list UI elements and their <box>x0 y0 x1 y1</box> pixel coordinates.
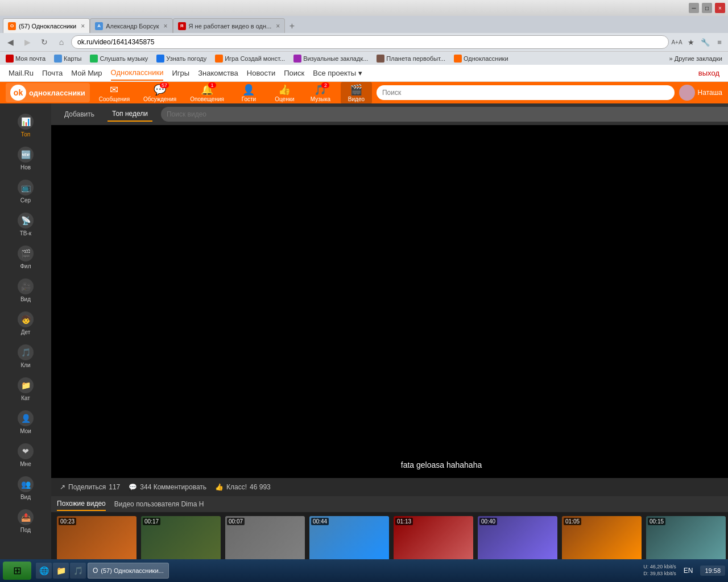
ok-top-nav-search[interactable]: Поиск <box>284 66 304 80</box>
sidebar-item-top[interactable]: 📊 Топ <box>0 109 51 142</box>
sidebar-item-series[interactable]: 📺 Сер <box>0 175 51 208</box>
sidebar-item-my[interactable]: 👤 Мои <box>0 406 51 439</box>
sidebar-item-video[interactable]: 🎥 Вид <box>0 274 51 307</box>
video-player[interactable]: fata geloasa hahahaha <box>51 125 728 478</box>
video-comment-action[interactable]: 💬 344 Комментировать <box>129 483 206 491</box>
ok-nav-messages[interactable]: ✉ Сообщения <box>94 82 134 104</box>
ok-nav-video[interactable]: 🎬 Видео <box>341 82 372 104</box>
sidebar-item-friends-video[interactable]: 👥 Вид <box>0 472 51 505</box>
minimize-btn[interactable]: ─ <box>689 3 699 13</box>
tab-2-close[interactable]: × <box>164 22 168 30</box>
ok-nav-music[interactable]: 🎵 2 Музыка <box>305 82 336 104</box>
window-controls[interactable]: ─ □ × <box>689 3 725 13</box>
ok-site: Mail.Ru Почта Мой Мир Одноклассники Игры… <box>0 65 728 103</box>
video-share-icon: ↗ <box>60 483 65 491</box>
sidebar-item-clips[interactable]: 🎵 Кли <box>0 340 51 373</box>
menu-icon[interactable]: ≡ <box>714 36 725 48</box>
taskbar-clock[interactable]: 19:58 <box>700 566 725 576</box>
close-btn[interactable]: × <box>715 3 725 13</box>
bookmark-ok[interactable]: Одноклассники <box>451 54 511 63</box>
tab-3[interactable]: Я Я не работает видео в одн... × <box>173 18 286 33</box>
start-button[interactable]: ⊞ <box>3 562 31 580</box>
ok-logo[interactable]: ok одноклассники <box>6 83 90 102</box>
video-share-action[interactable]: ↗ Поделиться 117 <box>60 483 120 491</box>
sidebar-item-kids[interactable]: 🧒 Дет <box>0 307 51 340</box>
bookmark-planet[interactable]: Планета первобыт... <box>374 54 448 63</box>
bookmark-visual[interactable]: Визуальные закладк... <box>291 54 371 63</box>
sidebar-top-label: Топ <box>21 131 30 138</box>
bookmark-mail[interactable]: Моя почта <box>3 54 48 63</box>
home-button[interactable]: ⌂ <box>54 35 69 49</box>
ok-top-nav-pochta[interactable]: Почта <box>42 66 63 80</box>
ok-top-nav-games[interactable]: Игры <box>172 66 189 80</box>
tab-2[interactable]: А Александр Борсук × <box>90 18 172 33</box>
ok-nav-discussions[interactable]: 💬 57 Обсуждения <box>139 82 181 104</box>
ok-orange-header: ok одноклассники ✉ Сообщения 💬 57 Обсужд… <box>0 82 728 103</box>
taskbar-folder-icon[interactable]: 📁 <box>53 563 69 579</box>
video-tab-top[interactable]: Топ недели <box>107 107 152 122</box>
bookmark-music[interactable]: Слушать музыку <box>87 54 151 63</box>
video-title-overlay: fata geloasa hahahaha <box>401 460 482 469</box>
tab-3-title: Я не работает видео в одн... <box>189 23 272 30</box>
sidebar-item-cats[interactable]: 📁 Кат <box>0 373 51 406</box>
sidebar-liked-label: Мне <box>20 461 31 467</box>
sidebar-series-label: Сер <box>20 197 31 203</box>
taskbar-media-icon[interactable]: 🎵 <box>70 563 86 579</box>
taskbar-lang[interactable]: EN <box>681 567 696 575</box>
sidebar-item-liked[interactable]: ❤ Мне <box>0 439 51 472</box>
video-tab-add[interactable]: Добавить <box>60 107 99 121</box>
tab-3-close[interactable]: × <box>276 22 280 30</box>
video-bottom-bar: ↗ Поделиться 117 💬 344 Комментировать 👍 … <box>51 478 728 496</box>
similar-tab-user[interactable]: Видео пользователя Dima H <box>114 498 204 510</box>
maximize-btn[interactable]: □ <box>702 3 712 13</box>
taskbar-ie-icon[interactable]: 🌐 <box>36 563 52 579</box>
sidebar-item-new[interactable]: 🆕 Нов <box>0 142 51 175</box>
sidebar-clips-label: Кли <box>20 362 30 368</box>
start-icon: ⊞ <box>13 564 22 577</box>
bookmark-weather[interactable]: Узнать погоду <box>154 54 209 63</box>
bookmark-game[interactable]: Игра Создай монст... <box>212 54 288 63</box>
thumb-duration-4: 01:13 <box>395 518 413 525</box>
text-zoom-icon[interactable]: A+A <box>671 36 682 48</box>
sidebar-item-subscriptions[interactable]: 📤 Под <box>0 505 51 538</box>
tab-1-close[interactable]: × <box>81 22 85 30</box>
bookmark-star-icon[interactable]: ★ <box>685 36 697 48</box>
bookmark-other[interactable]: » Другие закладки <box>667 55 725 63</box>
thumb-img-1: 00:17 <box>141 516 221 560</box>
ok-top-nav-news[interactable]: Новости <box>247 66 275 80</box>
ok-top-nav-mailru[interactable]: Mail.Ru <box>9 66 34 80</box>
new-tab-button[interactable]: + <box>285 19 299 33</box>
extensions-icon[interactable]: 🔧 <box>700 36 711 48</box>
refresh-button[interactable]: ↻ <box>37 35 52 49</box>
video-like-action[interactable]: 👍 Класс! 46 993 <box>215 483 271 491</box>
taskbar-ok-btn[interactable]: О (57) Одноклассники... <box>88 563 169 579</box>
title-bar: ─ □ × <box>0 0 728 16</box>
ok-search-input[interactable] <box>377 85 675 100</box>
ok-user-area[interactable]: Наташа <box>679 85 722 101</box>
sidebar-item-films[interactable]: 🎬 Фил <box>0 241 51 274</box>
sidebar-item-tv[interactable]: 📡 ТВ-к <box>0 208 51 241</box>
ok-nav-guests[interactable]: 👤 Гости <box>233 82 264 104</box>
ok-top-nav-projects[interactable]: Все проекты ▾ <box>313 66 362 80</box>
bookmark-maps[interactable]: Карты <box>51 54 84 63</box>
ok-top-nav-logout[interactable]: выход <box>698 66 719 80</box>
ok-nav-notifications[interactable]: 🔔 1 Оповещения <box>185 82 229 104</box>
sidebar-films-label: Фил <box>20 263 31 269</box>
back-button[interactable]: ◀ <box>3 35 18 49</box>
ok-nav-likes[interactable]: 👍 Оценки <box>269 82 300 104</box>
thumb-img-2: 00:07 <box>225 516 305 560</box>
ok-top-nav-ok[interactable]: Одноклассники <box>111 65 164 81</box>
tab-1[interactable]: О (57) Одноклассники × <box>3 18 90 33</box>
bookmark-maps-label: Карты <box>64 55 81 62</box>
bookmark-ok-label: Одноклассники <box>464 55 508 62</box>
bookmark-planet-icon <box>377 55 384 63</box>
address-bar[interactable] <box>71 35 669 49</box>
forward-button[interactable]: ▶ <box>20 35 35 49</box>
similar-tab-похожие[interactable]: Похожие видео <box>57 497 106 511</box>
ok-top-nav-mirmoy[interactable]: Мой Мир <box>71 66 102 80</box>
sidebar-clips-icon: 🎵 <box>18 344 34 360</box>
sidebar-top-icon: 📊 <box>18 114 34 130</box>
ok-top-nav-dating[interactable]: Знакомства <box>198 66 238 80</box>
left-sidebar: 📊 Топ 🆕 Нов 📺 Сер 📡 ТВ-к 🎬 Фил 🎥 Вид 🧒 Д… <box>0 103 51 572</box>
video-search-input[interactable] <box>161 107 728 122</box>
